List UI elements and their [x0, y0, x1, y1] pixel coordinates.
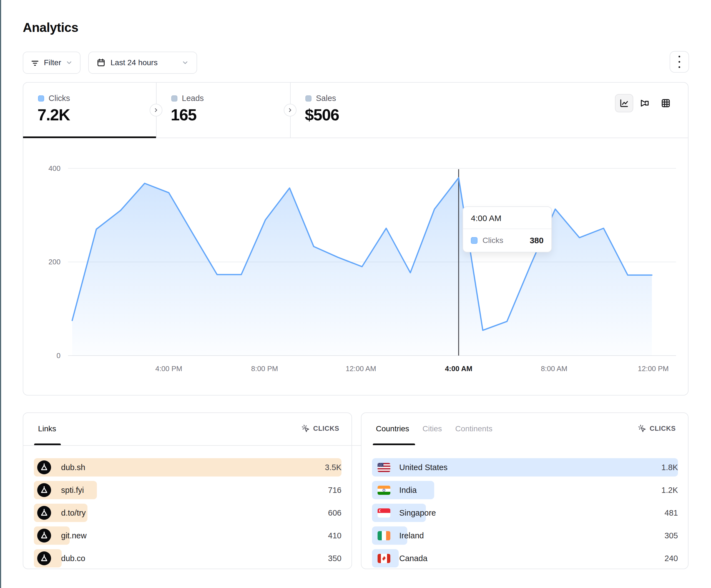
link-row[interactable]: dub.co 350: [34, 549, 342, 567]
links-metric-toggle[interactable]: CLICKS: [302, 424, 339, 433]
x-tick: 12:00 AM: [346, 364, 376, 373]
clicks-legend-square: [38, 95, 44, 101]
tooltip-legend-square: [471, 237, 477, 244]
more-options-button[interactable]: [670, 51, 689, 73]
tab-leads[interactable]: Leads 165: [156, 83, 290, 138]
dub-logo: [37, 483, 51, 497]
country-value: 305: [665, 531, 678, 540]
kebab-menu-icon: [678, 56, 680, 58]
y-tick-400: 400: [33, 164, 61, 173]
filter-button[interactable]: Filter: [23, 51, 81, 74]
x-tick: 8:00 PM: [251, 364, 278, 373]
sales-legend-square: [305, 95, 311, 101]
tab-sales[interactable]: Sales $506: [291, 83, 430, 138]
y-tick-0: 0: [33, 352, 61, 360]
clicks-area-chart[interactable]: [68, 161, 676, 361]
canada-flag-icon: [378, 554, 390, 563]
line-chart-icon: [619, 98, 629, 108]
countries-metric-label: CLICKS: [650, 425, 676, 432]
calendar-icon: [96, 58, 106, 67]
link-label: dub.sh: [61, 463, 85, 472]
date-range-label: Last 24 hours: [110, 58, 158, 67]
dub-logo: [37, 506, 51, 520]
link-value: 606: [328, 508, 342, 518]
x-tick: 8:00 AM: [541, 364, 567, 373]
tooltip-value: 380: [530, 236, 544, 245]
leads-legend-square: [171, 95, 177, 101]
link-row[interactable]: spti.fyi 716: [34, 481, 342, 499]
left-edge-divider: [0, 0, 1, 588]
countries-tab-underline: [373, 444, 415, 445]
tooltip-series-label: Clicks: [482, 236, 503, 245]
country-row[interactable]: United States 1.8K: [372, 458, 678, 476]
tab-continents[interactable]: Continents: [455, 424, 493, 433]
chevron-right-icon: [153, 107, 159, 113]
country-value: 1.2K: [661, 485, 678, 495]
country-label: India: [399, 485, 417, 495]
india-flag-icon: [378, 485, 390, 495]
analytics-page: Analytics Filter Last 24 hours Clicks 7.…: [0, 0, 711, 588]
country-label: Canada: [399, 554, 428, 563]
country-label: United States: [399, 463, 448, 472]
active-tab-underline: [23, 136, 156, 138]
clicks-label: Clicks: [48, 94, 70, 103]
link-label: git.new: [61, 531, 87, 540]
country-row[interactable]: Ireland 305: [372, 526, 678, 545]
table-icon: [661, 98, 671, 108]
x-tick: 12:00 PM: [638, 364, 669, 373]
tab-cities[interactable]: Cities: [423, 424, 442, 433]
link-value: 350: [328, 554, 342, 563]
links-tab-underline: [34, 444, 61, 445]
country-label: Singapore: [399, 508, 436, 518]
country-value: 481: [665, 508, 678, 518]
leads-label: Leads: [182, 94, 204, 103]
chevron-right-icon: [287, 107, 293, 113]
line-chart-view-button[interactable]: [615, 94, 633, 112]
x-tick-active: 4:00 AM: [445, 364, 473, 373]
cursor-click-icon: [302, 424, 310, 433]
ireland-flag-icon: [378, 531, 390, 540]
tab-countries[interactable]: Countries: [376, 424, 409, 433]
link-row[interactable]: git.new 410: [34, 526, 342, 545]
dub-logo: [37, 460, 51, 474]
cursor-click-icon: [638, 424, 646, 433]
page-title: Analytics: [23, 20, 78, 35]
link-label: spti.fyi: [61, 485, 84, 495]
chevron-down-icon: [181, 59, 189, 66]
filter-button-label: Filter: [44, 58, 61, 67]
sales-value: $506: [305, 106, 339, 124]
filter-icon: [30, 58, 39, 67]
country-value: 240: [665, 554, 678, 563]
expand-leads-button[interactable]: [150, 104, 163, 116]
country-row[interactable]: India 1.2K: [372, 481, 678, 499]
link-row[interactable]: d.to/try 606: [34, 504, 342, 522]
x-tick: 4:00 PM: [155, 364, 182, 373]
expand-sales-button[interactable]: [284, 104, 297, 116]
country-row[interactable]: Singapore 481: [372, 504, 678, 522]
link-row[interactable]: dub.sh 3.5K: [34, 458, 342, 476]
link-label: dub.co: [61, 554, 85, 563]
links-metric-label: CLICKS: [313, 425, 339, 432]
countries-metric-toggle[interactable]: CLICKS: [638, 424, 676, 433]
chevron-down-icon: [66, 59, 73, 66]
funnel-view-button[interactable]: [640, 98, 650, 108]
link-value: 3.5K: [325, 463, 342, 472]
us-flag-icon: [378, 463, 390, 472]
tooltip-time: 4:00 AM: [463, 207, 552, 229]
country-row[interactable]: Canada 240: [372, 549, 678, 567]
tab-links[interactable]: Links: [38, 424, 56, 433]
table-view-button[interactable]: [661, 98, 671, 108]
chart-tooltip: 4:00 AM Clicks 380: [462, 206, 552, 252]
country-label: Ireland: [399, 531, 424, 540]
funnel-chart-icon: [640, 98, 650, 108]
dub-logo: [37, 551, 51, 565]
sales-label: Sales: [316, 94, 336, 103]
leads-value: 165: [171, 106, 196, 124]
link-value: 716: [328, 485, 342, 495]
date-range-button[interactable]: Last 24 hours: [88, 51, 197, 74]
dub-logo: [37, 529, 51, 543]
tab-clicks[interactable]: Clicks 7.2K: [23, 83, 156, 138]
link-value: 410: [328, 531, 342, 540]
country-value: 1.8K: [661, 463, 678, 472]
y-tick-200: 200: [33, 258, 61, 266]
